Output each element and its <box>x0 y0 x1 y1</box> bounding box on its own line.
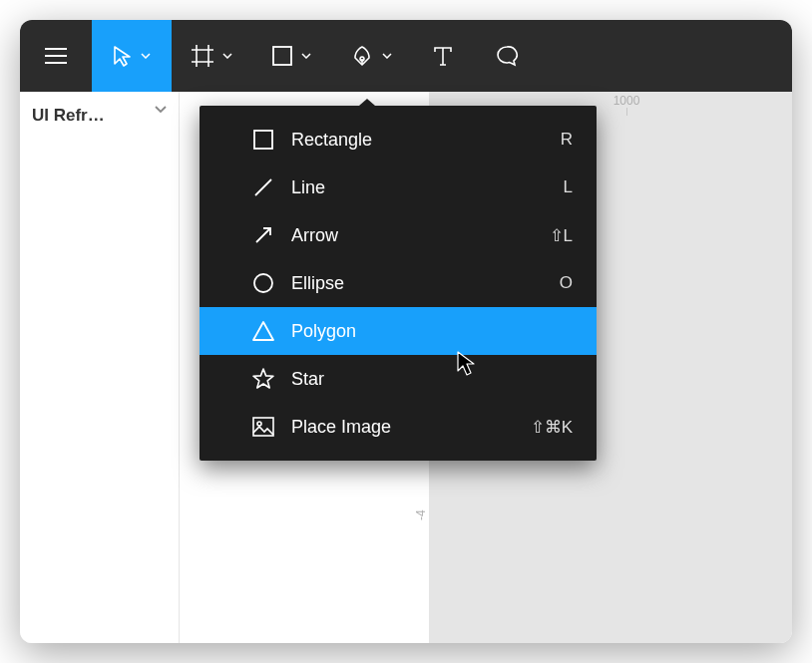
frame-tool-button[interactable] <box>172 20 251 92</box>
menu-item-shortcut: L <box>564 177 573 197</box>
arrow-icon <box>249 224 277 246</box>
svg-rect-6 <box>253 418 273 436</box>
menu-item-label: Ellipse <box>291 273 542 294</box>
menu-item-shortcut: O <box>560 273 573 293</box>
ruler-tick-mark <box>626 108 627 116</box>
menu-item-ellipse[interactable]: Ellipse O <box>200 259 597 307</box>
menu-item-label: Polygon <box>291 321 555 342</box>
hamburger-icon <box>45 48 67 64</box>
page-name-label: UI Refr… <box>32 106 155 126</box>
layers-panel-header[interactable]: UI Refr… <box>20 92 180 643</box>
menu-item-label: Place Image <box>291 417 513 438</box>
text-icon <box>432 45 454 67</box>
ruler-horizontal-tick: 1000 <box>613 94 640 108</box>
menu-item-label: Rectangle <box>291 130 543 151</box>
move-cursor-icon <box>113 45 133 67</box>
chevron-down-icon <box>382 53 392 59</box>
ruler-vertical-tick: -4 <box>414 509 428 520</box>
chevron-down-icon <box>222 53 232 59</box>
comment-icon <box>495 44 519 68</box>
pen-tool-button[interactable] <box>331 20 411 92</box>
shape-tool-button[interactable] <box>251 20 331 92</box>
menu-item-rectangle[interactable]: Rectangle R <box>200 116 597 164</box>
app-window: UI Refr… 1000 -4 00 Rectangle R Line L A… <box>20 20 792 643</box>
shape-tool-dropdown: Rectangle R Line L Arrow ⇧L Ellipse O Po… <box>200 106 597 461</box>
chevron-down-icon <box>301 53 311 59</box>
hamburger-menu-button[interactable] <box>20 20 92 92</box>
menu-item-shortcut: ⇧⌘K <box>531 417 573 438</box>
svg-rect-0 <box>273 47 291 65</box>
menu-item-line[interactable]: Line L <box>200 164 597 211</box>
ellipse-icon <box>249 271 277 295</box>
frame-icon <box>191 44 214 68</box>
svg-point-5 <box>254 274 272 292</box>
menu-item-star[interactable]: Star <box>200 355 597 403</box>
svg-point-7 <box>257 422 261 426</box>
polygon-icon <box>249 320 277 342</box>
svg-line-3 <box>255 179 271 195</box>
menu-item-place-image[interactable]: Place Image ⇧⌘K <box>200 403 597 451</box>
menu-item-shortcut: R <box>561 130 573 150</box>
chevron-down-icon <box>141 53 151 59</box>
chevron-down-icon <box>155 106 167 114</box>
star-icon <box>249 367 277 391</box>
rectangle-icon <box>271 45 293 67</box>
pen-icon <box>350 44 374 68</box>
rectangle-icon <box>249 129 277 151</box>
line-icon <box>249 176 277 198</box>
move-tool-button[interactable] <box>92 20 172 92</box>
text-tool-button[interactable] <box>411 20 475 92</box>
svg-rect-2 <box>254 131 272 149</box>
menu-item-shortcut: ⇧L <box>550 225 573 246</box>
menu-item-label: Star <box>291 369 555 390</box>
comment-tool-button[interactable] <box>475 20 539 92</box>
menu-item-label: Line <box>291 177 546 198</box>
top-toolbar <box>20 20 792 92</box>
menu-item-arrow[interactable]: Arrow ⇧L <box>200 211 597 259</box>
image-icon <box>249 416 277 438</box>
menu-item-polygon[interactable]: Polygon <box>200 307 597 355</box>
menu-item-label: Arrow <box>291 225 532 246</box>
svg-line-4 <box>256 228 270 242</box>
